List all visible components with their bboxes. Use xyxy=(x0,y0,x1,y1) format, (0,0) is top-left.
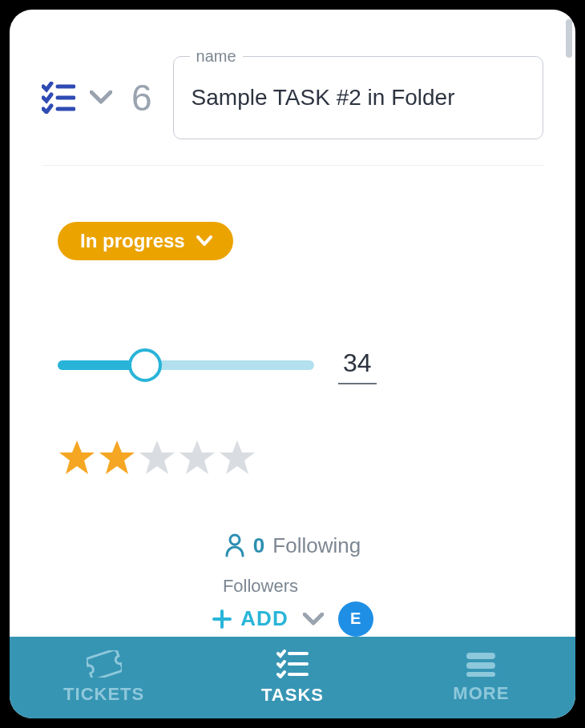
task-type-dropdown[interactable] xyxy=(90,90,112,105)
following-label: Following xyxy=(272,533,361,558)
task-id: 6 xyxy=(131,76,152,119)
svg-rect-10 xyxy=(466,672,495,677)
following-section: 0 Following Followers ADD xyxy=(58,533,527,637)
star-4[interactable] xyxy=(178,439,216,477)
follower-avatar[interactable]: E xyxy=(338,601,373,637)
svg-rect-8 xyxy=(466,653,495,659)
status-label: In progress xyxy=(80,230,185,252)
svg-rect-9 xyxy=(466,662,495,669)
task-name-label: name xyxy=(190,47,243,66)
star-3[interactable] xyxy=(138,439,176,477)
plus-icon xyxy=(212,609,232,629)
tab-tasks[interactable]: TASKS xyxy=(198,637,386,718)
more-icon xyxy=(465,651,497,677)
chevron-down-icon xyxy=(196,235,212,247)
add-follower-label: ADD xyxy=(240,606,288,631)
star-5[interactable] xyxy=(218,439,256,477)
following-count: 0 xyxy=(253,533,264,558)
task-list-icon[interactable] xyxy=(42,82,75,114)
task-header: 6 name Sample TASK #2 in Folder xyxy=(10,10,575,165)
progress-value-underline xyxy=(338,383,377,384)
followers-dropdown[interactable] xyxy=(303,613,324,625)
task-content: In progress 34 xyxy=(10,166,575,637)
bottom-tabbar: TICKETS TASKS xyxy=(10,637,575,718)
avatar-initial: E xyxy=(350,609,361,628)
task-name-field[interactable]: name Sample TASK #2 in Folder xyxy=(173,56,543,139)
tab-more[interactable]: MORE xyxy=(387,637,575,718)
followers-row: ADD E xyxy=(212,601,373,637)
app-frame: 6 name Sample TASK #2 in Folder In progr… xyxy=(10,10,575,718)
progress-row: 34 xyxy=(58,348,527,383)
progress-slider-thumb[interactable] xyxy=(128,348,162,382)
status-dropdown[interactable]: In progress xyxy=(58,222,233,260)
star-1[interactable] xyxy=(58,439,96,477)
scrollbar-thumb[interactable] xyxy=(566,19,572,58)
followers-section-label: Followers xyxy=(223,576,298,597)
star-2[interactable] xyxy=(98,439,136,477)
ticket-icon xyxy=(87,650,122,678)
progress-slider[interactable] xyxy=(58,360,314,370)
tab-tickets[interactable]: TICKETS xyxy=(10,637,198,718)
person-icon xyxy=(224,533,245,557)
add-follower-button[interactable]: ADD xyxy=(212,606,288,631)
rating-stars[interactable] xyxy=(58,439,527,477)
following-line[interactable]: 0 Following xyxy=(224,533,361,558)
tab-tickets-label: TICKETS xyxy=(63,684,144,705)
tab-tasks-label: TASKS xyxy=(261,685,324,706)
tab-more-label: MORE xyxy=(453,683,509,704)
progress-value-field[interactable]: 34 xyxy=(338,348,377,383)
tasks-icon xyxy=(276,650,309,678)
task-name-value: Sample TASK #2 in Folder xyxy=(192,85,455,111)
progress-value: 34 xyxy=(338,348,377,383)
